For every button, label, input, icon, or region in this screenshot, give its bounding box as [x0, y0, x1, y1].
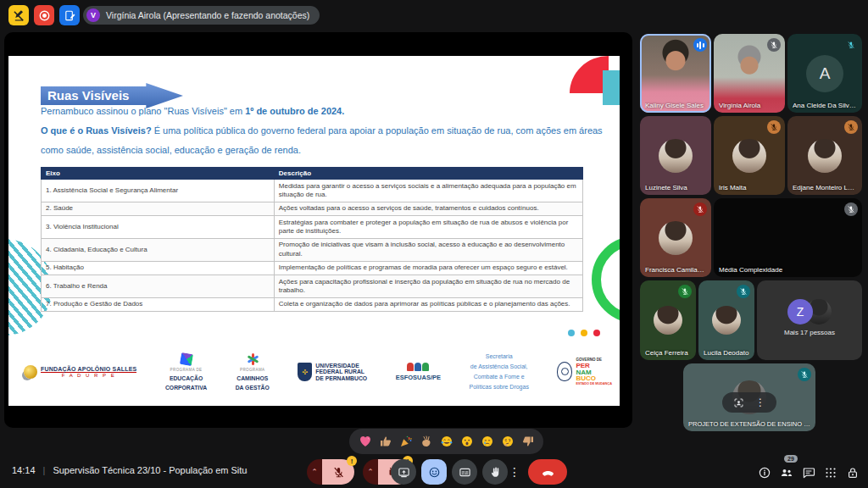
tears-of-joy-reaction-button[interactable]	[439, 435, 453, 449]
fadurpe-title: FUNDAÇÃO APOLÔNIO SALLES	[41, 366, 136, 373]
thumbs-up-reaction-button[interactable]	[378, 435, 392, 449]
esfosuas-people-icon	[407, 363, 429, 371]
participant-tile-media-complexidade[interactable]: Média Complexidade	[714, 198, 862, 277]
participant-name: Ceiça Ferreira	[645, 349, 691, 357]
participant-name: Iris Malta	[719, 184, 780, 191]
cell-descricao: Ações voltadas para o acesso a serviços …	[274, 202, 582, 215]
table-row: 3. Violência InstitucionalEstratégias pa…	[42, 216, 583, 239]
secretaria-l1: Secretaria	[486, 353, 513, 360]
thumbs-down-reaction-button[interactable]	[520, 435, 535, 449]
avatar: A	[806, 55, 843, 92]
edu-l1: EDUCAÇÃO	[170, 375, 203, 381]
participant-count-badge: 29	[784, 455, 798, 463]
annotate-button[interactable]	[59, 5, 80, 25]
presenter-pill: V Virgínia Airola (Apresentando e fazend…	[83, 6, 320, 25]
mic-off-icon	[798, 368, 811, 381]
caminhos-l1: CAMINHOS	[236, 375, 268, 381]
avatar: Z	[787, 299, 813, 324]
table-row: 1. Assistência Social e Segurança Alimen…	[42, 180, 583, 202]
mic-off-icon	[767, 38, 781, 52]
party-popper-reaction-button[interactable]	[398, 435, 413, 449]
participant-name: Ana Cleide Da Silva ...	[793, 102, 857, 109]
present-screen-icon	[398, 466, 410, 479]
meeting-details-button[interactable]	[757, 465, 772, 480]
separator: |	[43, 465, 46, 475]
participant-name: Luzinete Silva	[645, 184, 706, 191]
cell-eixo: 5. Habitação	[42, 261, 275, 274]
tile-more-options-icon[interactable]: ⋮	[755, 396, 765, 408]
recording-indicator-button[interactable]	[34, 5, 54, 25]
host-controls-button[interactable]	[845, 465, 860, 480]
participant-tile-ceica[interactable]: Ceiça Ferreira	[640, 280, 696, 360]
cell-eixo: 2. Saúde	[42, 202, 275, 215]
table-row: 5. HabitaçãoImplementação de políticas e…	[42, 261, 583, 274]
secretaria-l4: Políticas sobre Drogas	[469, 384, 528, 391]
chat-button[interactable]	[801, 465, 816, 480]
cell-descricao: Estratégias para combater e proteger a p…	[274, 216, 582, 239]
avatar	[712, 306, 741, 335]
avatar	[659, 221, 693, 255]
present-screen-button[interactable]	[391, 459, 416, 485]
presentation-slide: Ruas Visíveis Pernambuco assinou o plano…	[8, 56, 620, 406]
thinking-face-reaction-button[interactable]	[500, 435, 515, 449]
participant-tile-edjane[interactable]: Edjane Monteiro Leite	[787, 116, 862, 195]
participant-tile-iris[interactable]: Iris Malta	[714, 116, 785, 195]
show-people-button[interactable]	[779, 465, 794, 480]
astonished-face-reaction-button[interactable]	[459, 435, 474, 449]
clapping-hands-reaction-button[interactable]	[419, 435, 433, 449]
more-people-label: Mais 17 pessoas	[784, 329, 835, 336]
logo-educacao-corporativa: PROGRAMA DE EDUCAÇÃO CORPORATIVA	[165, 353, 207, 391]
logo-ufrpe: ✣ UNIVERSIDADE FEDERAL RURAL DE PERNAMBU…	[298, 363, 367, 381]
tile-hover-controls: ⋮	[722, 392, 776, 413]
smiley-icon	[428, 466, 441, 479]
caminhos-small: PROGRAMA	[240, 369, 264, 373]
speaking-indicator-icon	[693, 38, 707, 52]
participant-tile-luzinete[interactable]: Luzinete Silva	[640, 116, 711, 195]
participant-tile-lucila[interactable]: Lucila Deodato	[698, 280, 754, 360]
participant-name: Virgínia Airola	[719, 102, 780, 109]
participant-tile-francisca[interactable]: Francisca Camila Gomes T...	[640, 198, 711, 277]
participant-tile-kaiiny[interactable]: Kaiiny Gisele Sales	[640, 34, 711, 113]
leave-call-button[interactable]	[528, 459, 567, 485]
ufrpe-shield-icon: ✣	[298, 363, 312, 381]
slide-paragraph-2: O que é o Ruas Visíveis? É uma política …	[41, 121, 610, 160]
avatar	[659, 139, 693, 173]
crying-face-reaction-button[interactable]	[480, 435, 494, 449]
chat-icon	[802, 466, 815, 480]
participant-tile-ana-cleide[interactable]: A Ana Cleide Da Silva ...	[787, 34, 862, 113]
logo-secretaria: Secretaria de Assistência Social, Combat…	[469, 353, 528, 391]
activities-button[interactable]	[823, 465, 838, 480]
cell-descricao: Coleta e organização de dados para aprim…	[274, 297, 582, 311]
cell-descricao: Implementação de políticas e programas d…	[274, 261, 582, 274]
cell-eixo: 7. Produção e Gestão de Dados	[42, 297, 275, 311]
p1-text: Pernambuco assinou o plano "Ruas Visívei…	[41, 106, 245, 116]
participant-tile-virginia[interactable]: Virgínia Airola	[714, 34, 785, 113]
reactions-button[interactable]	[421, 459, 447, 485]
caminhos-asterisk-icon	[247, 353, 259, 365]
pin-participant-icon[interactable]	[733, 397, 744, 408]
logo-governo-pernambuco: GOVERNO DE PER NAM BUCO ESTADO DE MUDANÇ…	[557, 358, 612, 385]
reactions-bar	[349, 429, 543, 454]
mic-off-icon	[332, 466, 345, 479]
logo-fadurpe: FUNDAÇÃO APOLÔNIO SALLES F A D U R P E	[24, 365, 136, 379]
pen-off-icon	[13, 9, 25, 22]
logo-esfosuas: ESFOSUAS/PE	[396, 363, 441, 381]
participant-name: Francisca Camila Gomes T...	[645, 266, 706, 274]
meet-window: V Virgínia Airola (Apresentando e fazend…	[0, 0, 868, 488]
p1-bold: 1º de outubro de 2024.	[245, 106, 344, 116]
cell-descricao: Ações para capacitação profissional e in…	[274, 275, 582, 298]
cell-eixo: 1. Assistência Social e Segurança Alimen…	[42, 180, 275, 202]
annotation-pen-disabled-button[interactable]	[8, 5, 29, 25]
edu-small: PROGRAMA DE	[170, 369, 203, 373]
secretaria-l2: de Assistência Social,	[470, 363, 528, 370]
more-options-button[interactable]: ⋮	[502, 459, 527, 485]
sparkling-heart-reaction-button[interactable]	[358, 435, 372, 449]
more-people-tile[interactable]: Z Mais 17 pessoas	[757, 280, 862, 360]
cell-descricao: Promoção de iniciativas que visam à incl…	[274, 238, 582, 261]
camera-options-chevron[interactable]: ⌃	[363, 459, 378, 485]
participant-tile-projeto[interactable]: ⋮ PROJETO DE EXTENSÃO DE ENSINO E PES...	[683, 363, 815, 431]
cell-eixo: 4. Cidadania, Educação e Cultura	[42, 238, 275, 261]
mic-options-chevron[interactable]: ⌃	[307, 459, 322, 485]
captions-button[interactable]	[452, 459, 477, 485]
meeting-status: 14:14 | Supervisão Técnica 23/10 - Popul…	[12, 465, 248, 475]
